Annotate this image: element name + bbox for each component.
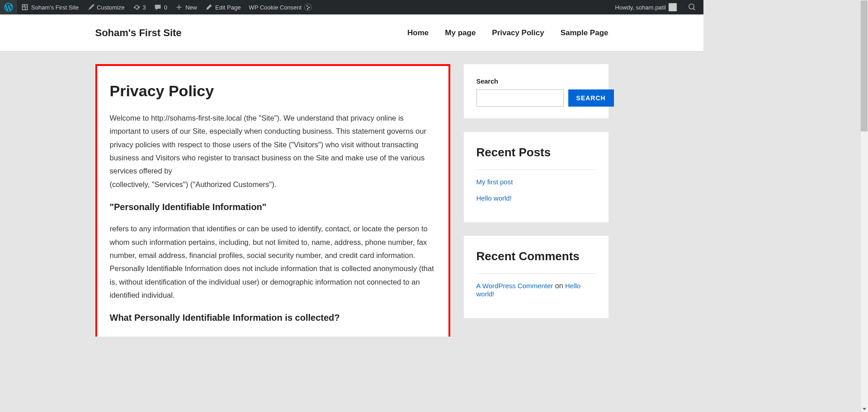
edit-page-item[interactable]: Edit Page [201,0,245,14]
updates-icon [133,4,140,11]
intro-paragraph: Welcome to http://sohams-first-site.loca… [110,112,436,191]
pii-heading: "Personally Identifiable Information" [110,202,436,212]
cookie-consent-label: WP Cookie Consent [249,4,302,11]
customize-label: Customize [97,4,124,11]
collected-heading: What Personally Identifiable Information… [110,313,436,323]
comments-icon [154,4,161,11]
comments-item[interactable]: 0 [150,0,171,14]
site-title[interactable]: Soham's First Site [95,27,182,39]
site-name-item[interactable]: Soham's First Site [17,0,83,14]
wp-admin-bar: Soham's First Site Customize 3 0 New [0,0,703,14]
site-header: Soham's First Site Home My page Privacy … [0,14,703,52]
wordpress-icon [4,3,13,12]
cookie-icon [304,4,311,11]
admin-bar-left: Soham's First Site Customize 3 0 New [0,0,316,14]
page-wrap: Privacy Policy Welcome to http://sohams-… [91,64,613,337]
admin-bar-right: Howdy, soham.patil [611,0,700,14]
privacy-policy-article: Privacy Policy Welcome to http://sohams-… [95,64,450,337]
howdy-label: Howdy, soham.patil [615,4,666,11]
dashboard-icon [21,4,28,11]
pii-paragraph: refers to any information that identifie… [110,222,436,302]
intro-text-b: (collectively, "Services") ("Authorized … [110,180,277,188]
sidebar: Search SEARCH Recent Posts My first post… [464,64,609,337]
new-label: New [185,4,197,11]
new-item[interactable]: New [171,0,201,14]
commenter-link[interactable]: A WordPress Commenter [476,282,553,290]
recent-posts-list: My first post Hello world! [476,178,596,202]
recent-post-link[interactable]: Hello world! [476,194,512,202]
recent-comments-widget: Recent Comments A WordPress Commenter on… [464,236,609,318]
list-item: My first post [476,178,596,186]
search-button[interactable]: SEARCH [568,89,614,107]
pencil-icon [205,4,212,11]
recent-posts-widget: Recent Posts My first post Hello world! [464,132,609,222]
admin-search-item[interactable] [684,0,700,14]
updates-count: 3 [143,4,146,11]
avatar-icon [669,3,677,11]
nav-home[interactable]: Home [407,28,429,37]
site-name-label: Soham's First Site [31,4,79,11]
comments-count: 0 [164,4,167,11]
recent-comments-list: A WordPress Commenter on Hello world! [476,282,596,298]
search-input[interactable] [476,89,564,107]
nav-privacy-policy[interactable]: Privacy Policy [492,28,544,37]
search-widget: Search SEARCH [464,64,609,118]
paintbrush-icon [87,4,94,11]
on-text: on [553,282,565,290]
main-nav: Home My page Privacy Policy Sample Page [407,28,608,37]
recent-post-link[interactable]: My first post [476,178,513,186]
search-row: SEARCH [476,89,596,107]
content-column: Privacy Policy Welcome to http://sohams-… [95,64,450,337]
nav-my-page[interactable]: My page [445,28,476,37]
wp-logo-item[interactable] [0,0,17,14]
site-header-inner: Soham's First Site Home My page Privacy … [91,27,613,39]
nav-sample-page[interactable]: Sample Page [561,28,609,37]
search-label: Search [476,78,596,85]
howdy-item[interactable]: Howdy, soham.patil [611,0,681,14]
cookie-consent-item[interactable]: WP Cookie Consent [245,0,316,14]
recent-posts-title: Recent Posts [476,145,596,159]
widget-divider [476,169,596,170]
list-item: A WordPress Commenter on Hello world! [476,282,596,298]
search-icon [689,4,696,11]
plus-icon [175,4,183,11]
edit-page-label: Edit Page [215,4,241,11]
intro-text-a: Welcome to http://sohams-first-site.loca… [110,114,426,175]
list-item: Hello world! [476,194,596,202]
updates-item[interactable]: 3 [129,0,150,14]
page-title: Privacy Policy [110,82,436,100]
recent-comments-title: Recent Comments [476,249,596,263]
customize-item[interactable]: Customize [83,0,128,14]
widget-divider [476,273,596,274]
